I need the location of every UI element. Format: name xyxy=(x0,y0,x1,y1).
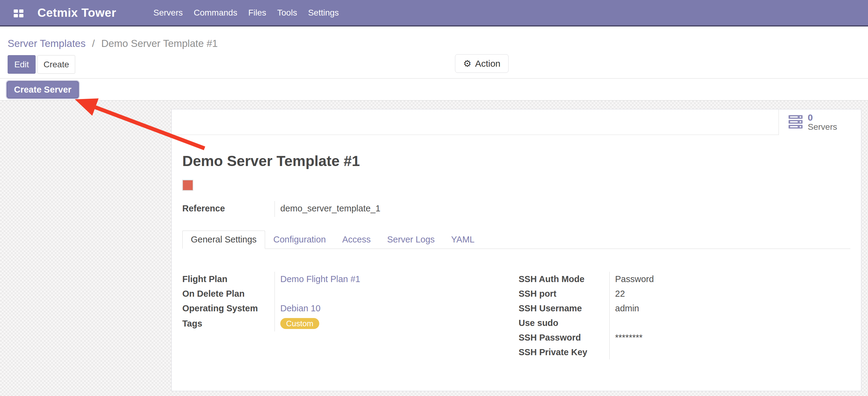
action-button-label: Action xyxy=(475,58,500,69)
field-label: On Delete Plan xyxy=(182,289,275,299)
menu-item-settings[interactable]: Settings xyxy=(303,8,344,18)
reference-value: demo_server_template_1 xyxy=(275,201,850,217)
apps-grid-square xyxy=(14,9,18,13)
field-value: ******** xyxy=(609,330,850,345)
gear-icon: ⚙ xyxy=(463,59,471,68)
color-swatch[interactable] xyxy=(182,180,193,191)
top-navbar: Cetmix Tower Servers Commands Files Tool… xyxy=(0,0,868,27)
app-brand[interactable]: Cetmix Tower xyxy=(37,0,116,25)
content-background: 0 Servers Demo Server Template #1 Refere… xyxy=(0,101,868,396)
reference-field: Reference demo_server_template_1 xyxy=(182,201,850,217)
apps-grid-square xyxy=(19,14,24,17)
field-group-left: Flight Plan Demo Flight Plan #1 On Delet… xyxy=(182,272,519,360)
tab-server-logs[interactable]: Server Logs xyxy=(379,230,443,249)
menu-item-commands[interactable]: Commands xyxy=(188,8,243,18)
edit-button[interactable]: Edit xyxy=(8,55,36,74)
field-row: Tags Custom xyxy=(182,316,519,332)
servers-stat-button[interactable]: 0 Servers xyxy=(778,109,861,135)
button-box: 0 Servers xyxy=(172,109,861,135)
breadcrumb: Server Templates / Demo Server Template … xyxy=(8,38,218,49)
menu-item-files[interactable]: Files xyxy=(243,8,272,18)
breadcrumb-current: Demo Server Template #1 xyxy=(101,38,218,49)
field-label: SSH port xyxy=(519,289,609,299)
field-value: admin xyxy=(609,301,850,316)
tab-general-settings[interactable]: General Settings xyxy=(182,231,265,249)
field-row: SSH Auth Mode Password xyxy=(519,272,850,286)
field-group-right: SSH Auth Mode Password SSH port 22 SSH U… xyxy=(519,272,850,360)
field-label: Operating System xyxy=(182,303,275,313)
reference-label: Reference xyxy=(182,201,275,217)
field-label: Use sudo xyxy=(519,318,609,328)
breadcrumb-separator: / xyxy=(92,38,95,49)
field-value xyxy=(275,286,519,301)
field-row: Use sudo xyxy=(519,316,850,330)
field-value xyxy=(609,316,850,330)
servers-label: Servers xyxy=(808,122,837,132)
field-groups: Flight Plan Demo Flight Plan #1 On Delet… xyxy=(182,272,850,360)
main-menu: Servers Commands Files Tools Settings xyxy=(148,0,344,25)
menu-item-tools[interactable]: Tools xyxy=(272,8,303,18)
field-label: SSH Auth Mode xyxy=(519,274,609,284)
tab-yaml[interactable]: YAML xyxy=(443,230,483,249)
servers-count: 0 xyxy=(808,113,813,122)
field-label: SSH Private Key xyxy=(519,347,609,357)
field-row: On Delete Plan xyxy=(182,286,519,301)
field-row: Operating System Debian 10 xyxy=(182,301,519,316)
field-label: SSH Password xyxy=(519,333,609,343)
create-server-button[interactable]: Create Server xyxy=(7,81,79,98)
field-row: SSH Username admin xyxy=(519,301,850,316)
breadcrumb-parent-link[interactable]: Server Templates xyxy=(8,38,86,49)
control-panel: Server Templates / Demo Server Template … xyxy=(0,27,868,79)
field-value: Password xyxy=(609,272,850,286)
apps-grid-icon[interactable] xyxy=(14,9,24,17)
screen: Cetmix Tower Servers Commands Files Tool… xyxy=(0,0,868,396)
menu-item-servers[interactable]: Servers xyxy=(148,8,188,18)
servers-stat-text: 0 Servers xyxy=(808,113,837,132)
field-label: Flight Plan xyxy=(182,274,275,284)
form-card: 0 Servers Demo Server Template #1 Refere… xyxy=(172,109,861,391)
tab-configuration[interactable]: Configuration xyxy=(265,230,334,249)
field-row: Flight Plan Demo Flight Plan #1 xyxy=(182,272,519,286)
field-label: Tags xyxy=(182,319,275,329)
tag-badge[interactable]: Custom xyxy=(280,318,319,329)
record-title: Demo Server Template #1 xyxy=(182,154,850,168)
field-row: SSH port 22 xyxy=(519,286,850,301)
notebook-tabs: General Settings Configuration Access Se… xyxy=(182,230,850,249)
form-statusbar: Create Server xyxy=(0,79,868,101)
field-value xyxy=(609,345,850,360)
form-sheet: Demo Server Template #1 Reference demo_s… xyxy=(172,154,861,360)
field-value-link[interactable]: Debian 10 xyxy=(280,303,320,313)
servers-icon xyxy=(788,115,803,130)
field-label: SSH Username xyxy=(519,303,609,313)
apps-grid-square xyxy=(14,14,18,17)
action-button[interactable]: ⚙ Action xyxy=(455,54,508,73)
field-row: SSH Private Key xyxy=(519,345,850,360)
tab-access[interactable]: Access xyxy=(334,230,379,249)
apps-grid-square xyxy=(19,9,24,13)
field-value-link[interactable]: Demo Flight Plan #1 xyxy=(280,274,360,284)
field-value: 22 xyxy=(609,286,850,301)
create-button[interactable]: Create xyxy=(37,55,75,74)
field-row: SSH Password ******** xyxy=(519,330,850,345)
